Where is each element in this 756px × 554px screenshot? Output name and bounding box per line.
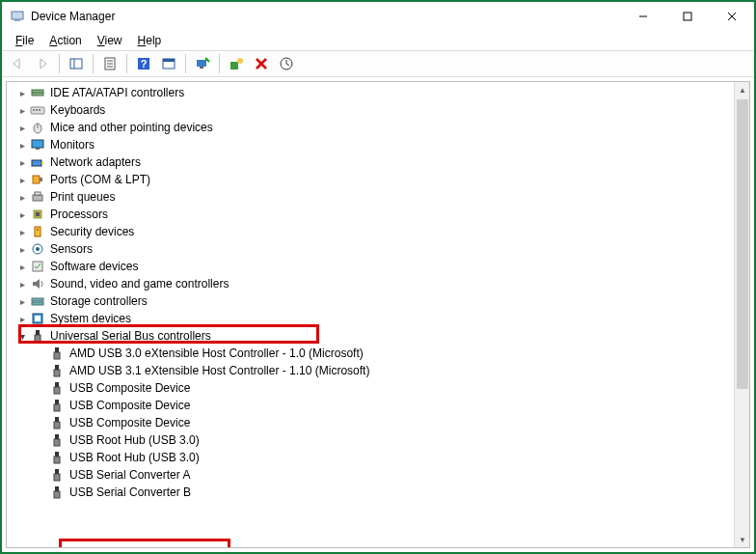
add-legacy-hardware-button[interactable]: [225, 52, 248, 75]
tree-node[interactable]: Keyboards: [7, 101, 734, 119]
tree-node[interactable]: Network adapters: [7, 153, 734, 171]
scroll-up-arrow[interactable]: ▲: [735, 82, 750, 97]
expander-icon[interactable]: [14, 154, 30, 170]
tree-node[interactable]: Ports (COM & LPT): [7, 171, 734, 188]
svg-rect-67: [54, 491, 60, 498]
back-button[interactable]: [6, 52, 29, 75]
svg-rect-24: [33, 109, 35, 111]
tree-node[interactable]: Security devices: [7, 223, 734, 240]
svg-rect-33: [33, 176, 40, 183]
show-hide-console-tree-button[interactable]: [65, 52, 88, 75]
svg-rect-29: [32, 140, 43, 148]
svg-rect-34: [40, 178, 42, 181]
svg-rect-44: [32, 298, 43, 301]
svg-rect-3: [684, 13, 691, 20]
expander-icon[interactable]: [14, 102, 30, 118]
expander-icon[interactable]: [14, 85, 30, 100]
expander-icon[interactable]: [14, 311, 30, 326]
no-expander: [34, 467, 49, 483]
expander-icon[interactable]: [14, 137, 30, 152]
storage-icon: [30, 293, 45, 309]
maximize-button[interactable]: [665, 2, 710, 31]
svg-rect-61: [54, 439, 60, 446]
tree-node[interactable]: IDE ATA/ATAPI controllers: [7, 84, 734, 101]
expander-icon[interactable]: [14, 276, 30, 291]
svg-rect-60: [55, 434, 59, 439]
tree-node[interactable]: AMD USB 3.1 eXtensible Host Controller -…: [7, 362, 734, 379]
tree-node-label: IDE ATA/ATAPI controllers: [49, 86, 184, 99]
tree-node-label: Universal Serial Bus controllers: [49, 329, 211, 343]
tree-node-label: System devices: [49, 312, 131, 325]
tree-node[interactable]: USB Root Hub (USB 3.0): [7, 431, 734, 449]
action-center-button[interactable]: [157, 52, 180, 75]
expander-icon[interactable]: [14, 207, 30, 222]
svg-rect-36: [35, 192, 40, 195]
tree-node[interactable]: Processors: [7, 206, 734, 223]
port-icon: [30, 172, 45, 187]
usb-icon: [49, 485, 65, 500]
expander-icon[interactable]: [14, 328, 30, 344]
tree-node[interactable]: Software devices: [7, 258, 734, 275]
tree-node[interactable]: USB Serial Converter B: [7, 484, 734, 501]
forward-button[interactable]: [31, 52, 54, 75]
properties-button[interactable]: [98, 52, 122, 75]
tree-node[interactable]: USB Composite Device: [7, 414, 734, 431]
titlebar[interactable]: Device Manager: [2, 2, 754, 31]
tree-node[interactable]: Sound, video and game controllers: [7, 275, 734, 292]
tree-node[interactable]: USB Root Hub (USB 3.0): [7, 449, 734, 466]
uninstall-device-button[interactable]: [250, 52, 273, 75]
tree-node[interactable]: System devices: [7, 310, 734, 327]
close-button[interactable]: [710, 2, 754, 31]
scan-hardware-button[interactable]: [191, 52, 214, 75]
tree-node[interactable]: USB Composite Device: [7, 397, 734, 414]
svg-rect-32: [41, 162, 43, 164]
expander-icon[interactable]: [14, 259, 30, 274]
tree-node[interactable]: USB Serial Converter A: [7, 466, 734, 484]
no-expander: [34, 432, 49, 448]
menu-action[interactable]: Action: [43, 33, 89, 48]
vertical-scrollbar[interactable]: ▲ ▼: [734, 82, 749, 547]
tree-node[interactable]: USB Composite Device: [7, 379, 734, 397]
scroll-thumb[interactable]: [737, 99, 748, 389]
no-expander: [34, 485, 49, 500]
expander-icon[interactable]: [14, 120, 30, 135]
svg-rect-56: [55, 400, 59, 404]
scroll-down-arrow[interactable]: ▼: [735, 532, 750, 547]
tree-node-label: Ports (COM & LPT): [49, 173, 150, 186]
tree-node[interactable]: AMD USB 3.0 eXtensible Host Controller -…: [7, 345, 734, 362]
svg-rect-39: [35, 227, 40, 236]
tree-node-label: Sensors: [49, 242, 93, 256]
svg-rect-45: [32, 302, 43, 305]
device-tree[interactable]: IDE ATA/ATAPI controllersKeyboardsMice a…: [7, 82, 734, 547]
expander-icon[interactable]: [14, 189, 30, 205]
usb-icon: [49, 380, 65, 396]
menu-view[interactable]: View: [92, 33, 130, 48]
tree-node-label: Sound, video and game controllers: [49, 277, 229, 291]
menu-help[interactable]: Help: [132, 33, 170, 48]
svg-rect-1: [14, 19, 20, 21]
tree-node[interactable]: Monitors: [7, 136, 734, 153]
tree-node-label: Network adapters: [49, 155, 141, 169]
help-button[interactable]: ?: [132, 52, 155, 75]
expander-icon[interactable]: [14, 293, 30, 309]
svg-rect-54: [55, 382, 59, 387]
expander-icon[interactable]: [14, 241, 30, 257]
tree-node[interactable]: Print queues: [7, 188, 734, 206]
tree-node-label: USB Composite Device: [68, 381, 190, 395]
update-driver-button[interactable]: [275, 52, 298, 75]
no-expander: [34, 415, 49, 430]
tree-node[interactable]: Storage controllers: [7, 292, 734, 310]
svg-rect-50: [55, 347, 59, 352]
tree-node[interactable]: Sensors: [7, 240, 734, 258]
security-icon: [30, 224, 45, 239]
tree-node-label: USB Composite Device: [68, 416, 190, 429]
minimize-button[interactable]: [621, 2, 665, 31]
tree-node[interactable]: Universal Serial Bus controllers: [7, 327, 734, 345]
menu-file[interactable]: File: [10, 33, 41, 48]
expander-icon[interactable]: [14, 224, 30, 239]
expander-icon[interactable]: [14, 172, 30, 187]
usb-icon: [49, 450, 65, 465]
mouse-icon: [30, 120, 45, 135]
tree-node[interactable]: Mice and other pointing devices: [7, 119, 734, 136]
svg-rect-52: [55, 365, 59, 370]
